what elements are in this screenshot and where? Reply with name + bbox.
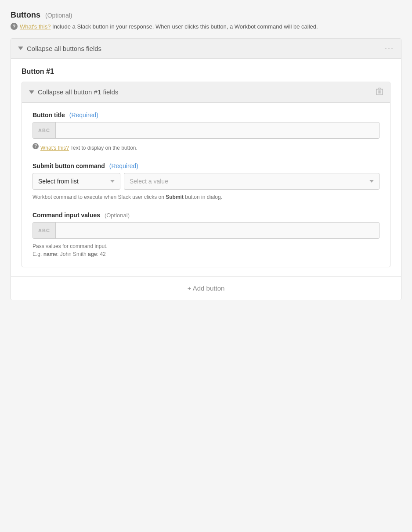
command-input-label-text: Command input values xyxy=(33,212,100,219)
button-title-input[interactable] xyxy=(56,122,379,138)
trash-icon[interactable] xyxy=(376,87,383,97)
inner-collapse-header[interactable]: Collapse all button #1 fields xyxy=(22,82,390,103)
outer-card-body: Button #1 Collapse all button #1 fields xyxy=(11,59,401,276)
collapse-header-left: Collapse all buttons fields xyxy=(18,45,101,52)
command-input-field-input[interactable] xyxy=(56,223,379,238)
command-input-field: Command input values (Optional) ABC Pass… xyxy=(33,212,379,258)
page-container: Buttons (Optional) ? What's this? Includ… xyxy=(11,11,401,300)
submit-help-bold: Submit xyxy=(166,194,184,200)
optional-label: (Optional) xyxy=(45,12,72,19)
button-title-input-wrapper: ABC xyxy=(33,122,379,139)
section-title: Buttons (Optional) xyxy=(11,11,401,20)
command-input-help2: E.g. name: John Smith age: 42 xyxy=(33,250,379,258)
button-title-label-text: Button title xyxy=(33,111,65,119)
command-input-label: Command input values (Optional) xyxy=(33,212,379,219)
inner-collapse-header-left: Collapse all button #1 fields xyxy=(29,88,118,96)
add-button[interactable]: + Add button xyxy=(188,284,225,292)
inner-collapse-label: Collapse all button #1 fields xyxy=(38,88,118,96)
command-input-optional: (Optional) xyxy=(105,212,130,219)
inner-card: Collapse all button #1 fields xyxy=(22,82,390,267)
submit-help-prefix: Workbot command to execute when Slack us… xyxy=(33,194,166,200)
help-icon: ? xyxy=(11,23,18,30)
more-options-icon[interactable]: ··· xyxy=(385,44,394,53)
select-value-dropdown[interactable]: Select a value xyxy=(124,173,379,190)
button-title-help-text: What's this? Text to display on the butt… xyxy=(40,144,137,152)
submit-command-label: Submit button command (Required) xyxy=(33,162,379,169)
inner-collapse-triangle-icon xyxy=(29,90,34,94)
select-from-list-arrow xyxy=(110,180,115,183)
collapse-triangle-icon xyxy=(18,47,23,50)
description-text: What's this? Include a Slack button in y… xyxy=(20,22,318,31)
submit-command-required: (Required) xyxy=(109,162,138,169)
button-title-field: Button title (Required) ABC ? What's thi… xyxy=(33,111,379,152)
select-from-list-text: Select from list xyxy=(38,178,79,185)
add-button-row: + Add button xyxy=(11,276,401,300)
whats-this-link[interactable]: What's this? xyxy=(20,23,51,30)
command-input-help: Pass values for command input. E.g. name… xyxy=(33,242,379,258)
outer-card: Collapse all buttons fields ··· Button #… xyxy=(11,38,401,300)
button-title-help-icon: ? xyxy=(33,143,39,149)
submit-help-suffix: button in dialog. xyxy=(185,194,222,200)
button-title-label: Button title (Required) xyxy=(33,111,379,119)
inner-card-body: Button title (Required) ABC ? What's thi… xyxy=(22,103,390,267)
select-from-list-dropdown[interactable]: Select from list xyxy=(33,173,120,190)
submit-command-label-text: Submit button command xyxy=(33,162,105,169)
command-input-abc-badge: ABC xyxy=(33,223,56,238)
outer-collapse-label: Collapse all buttons fields xyxy=(27,45,101,52)
button-title-whats-this-link[interactable]: What's this? xyxy=(40,145,69,151)
select-row: Select from list Select a value xyxy=(33,173,379,190)
outer-collapse-header[interactable]: Collapse all buttons fields ··· xyxy=(11,39,401,59)
submit-command-help-text: Workbot command to execute when Slack us… xyxy=(33,193,379,201)
select-value-text: Select a value xyxy=(130,178,168,185)
button-number-title: Button #1 xyxy=(22,68,390,75)
select-value-arrow xyxy=(369,180,374,183)
button-title-help-body: Text to display on the button. xyxy=(70,145,137,151)
command-input-help1: Pass values for command input. xyxy=(33,242,379,250)
buttons-title: Buttons xyxy=(11,11,40,19)
button-title-help-row: ? What's this? Text to display on the bu… xyxy=(33,142,379,152)
button-title-required: (Required) xyxy=(69,111,98,119)
section-description: ? What's this? Include a Slack button in… xyxy=(11,22,401,31)
description-body: Include a Slack button in your response.… xyxy=(52,23,318,30)
submit-command-field: Submit button command (Required) Select … xyxy=(33,162,379,201)
button-title-abc-badge: ABC xyxy=(33,122,56,138)
command-input-wrapper: ABC xyxy=(33,222,379,239)
